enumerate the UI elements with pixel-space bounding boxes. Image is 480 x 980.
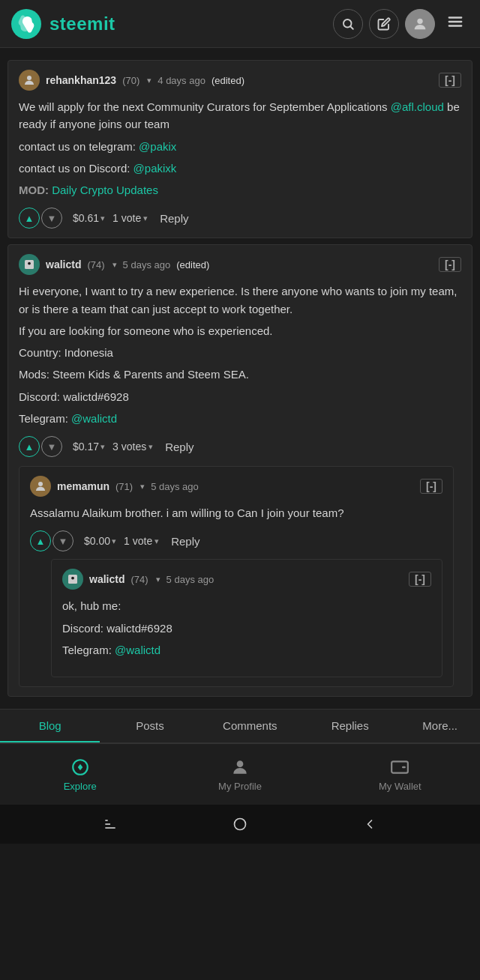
mention-walictd-2[interactable]: @walictd	[115, 644, 160, 656]
post-header-left-1: rehankhan123 (70) ▾ 4 days ago (edited)	[19, 70, 244, 91]
edited-badge-1: (edited)	[212, 75, 244, 86]
reply-button-1[interactable]: Reply	[155, 211, 193, 226]
nav-item-explore[interactable]: Explore	[0, 750, 160, 799]
vote-amount-chevron-nested-1[interactable]: ▾	[112, 536, 116, 546]
profile-icon	[230, 757, 250, 777]
collapse-button-2[interactable]: [-]	[439, 257, 461, 272]
nested-body-2-line-2: Discord: walictd#6928	[62, 620, 431, 637]
nested-header-1: memamun (71) ▾ 5 days ago [-]	[30, 476, 442, 497]
svg-point-15	[237, 760, 244, 767]
reputation-nested-2: (74)	[130, 574, 148, 585]
vote-count-chevron-2[interactable]: ▾	[148, 442, 153, 452]
chevron-icon-nested-1[interactable]: ▾	[140, 482, 145, 491]
vote-amount-chevron-2[interactable]: ▾	[100, 442, 105, 452]
avatar-icon	[412, 16, 428, 32]
nested-body-2-line-1: ok, hub me:	[62, 597, 431, 614]
vote-amount-nested-1: $0.00 ▾	[84, 535, 116, 547]
collapse-button-nested-1[interactable]: [-]	[420, 479, 442, 494]
post-body-line-2-6: Telegram: @walictd	[19, 410, 461, 427]
avatar-walictd	[19, 254, 40, 275]
edit-button[interactable]	[369, 9, 399, 39]
vote-count-2: 3 votes ▾	[112, 441, 153, 453]
upvote-button-2[interactable]: ▲	[19, 436, 40, 457]
nav-item-profile[interactable]: My Profile	[160, 750, 320, 799]
svg-point-12	[71, 577, 74, 580]
vote-count-nested-1: 1 vote ▾	[124, 535, 159, 547]
vote-amount-value-nested-1: $0.00	[84, 535, 110, 547]
nav-label-profile: My Profile	[218, 781, 262, 792]
collapse-button-nested-2[interactable]: [-]	[409, 572, 431, 587]
upvote-button-nested-1[interactable]: ▲	[30, 530, 51, 551]
reply-button-2[interactable]: Reply	[160, 439, 198, 455]
vote-amount-chevron-1[interactable]: ▾	[100, 214, 105, 223]
post-body-line-2: contact us on telegram: @pakix	[19, 138, 461, 155]
post-header-2: walictd (74) ▾ 5 days ago (edited) [-]	[19, 254, 461, 275]
svg-point-7	[27, 76, 32, 80]
post-footer-2: ▲ ▼ $0.17 ▾ 3 votes ▾ Reply	[19, 436, 461, 457]
timestamp-nested-1: 5 days ago	[151, 481, 199, 492]
post-body-line-2-2: If you are looking for someone who is ex…	[19, 322, 461, 339]
search-icon	[341, 17, 355, 31]
bottom-navigation: Explore My Profile My Wallet	[0, 743, 480, 805]
explore-icon	[70, 757, 90, 777]
reply-button-nested-1[interactable]: Reply	[166, 533, 204, 549]
reputation-2: (74)	[87, 259, 104, 270]
svg-marker-14	[77, 763, 82, 770]
search-button[interactable]	[333, 9, 363, 39]
tab-replies[interactable]: Replies	[300, 710, 400, 742]
chevron-icon-2[interactable]: ▾	[112, 260, 117, 270]
nested-body-line-1: Assalamu Alaikum brother. i am willing t…	[30, 504, 442, 521]
post-body-line-2-3: Country: Indonesia	[19, 344, 461, 361]
nav-item-wallet[interactable]: My Wallet	[320, 750, 480, 799]
username-2[interactable]: walictd	[46, 258, 81, 270]
user-avatar-button[interactable]	[405, 9, 435, 39]
post-card-1: rehankhan123 (70) ▾ 4 days ago (edited) …	[8, 60, 472, 238]
mod-link-1[interactable]: Daily Crypto Updates	[52, 184, 158, 196]
android-back-button[interactable]	[362, 817, 377, 832]
profile-tabs: Blog Posts Comments Replies More...	[0, 709, 480, 743]
post-body-line-3: contact us on Discord: @pakixk	[19, 160, 461, 177]
avatar-walictd-2	[62, 569, 83, 590]
upvote-button-1[interactable]: ▲	[19, 208, 40, 229]
post-body-2: Hi everyone, I want to try a new experie…	[19, 282, 461, 427]
vote-count-value-2: 3 votes	[112, 441, 146, 453]
tab-posts[interactable]: Posts	[100, 710, 200, 742]
username-1[interactable]: rehankhan123	[46, 74, 116, 86]
tab-more[interactable]: More...	[400, 710, 480, 742]
app-header: steemit	[0, 0, 480, 48]
vote-buttons-1: ▲ ▼	[19, 208, 62, 229]
reputation-nested-1: (71)	[116, 481, 133, 492]
menu-button[interactable]	[441, 10, 470, 37]
tab-blog[interactable]: Blog	[0, 710, 100, 742]
svg-point-20	[234, 819, 245, 830]
mention-pakix[interactable]: @pakix	[139, 140, 176, 153]
mention-pakixk[interactable]: @pakixk	[134, 162, 177, 175]
downvote-button-2[interactable]: ▼	[41, 436, 62, 457]
vote-count-chevron-1[interactable]: ▾	[143, 214, 148, 223]
android-home-button[interactable]	[232, 817, 248, 832]
mention-walictd-1[interactable]: @walictd	[71, 412, 117, 425]
edited-badge-2: (edited)	[176, 259, 209, 270]
nav-label-wallet: My Wallet	[379, 781, 422, 792]
mod-label-1: MOD:	[19, 184, 49, 196]
chevron-icon-1[interactable]: ▾	[147, 76, 152, 85]
vote-count-chevron-nested-1[interactable]: ▾	[154, 536, 159, 546]
username-nested-1[interactable]: memamun	[57, 480, 110, 492]
header-icons	[333, 9, 470, 39]
android-recent-button[interactable]	[103, 817, 118, 832]
hamburger-icon	[447, 13, 464, 30]
svg-point-9	[28, 262, 31, 265]
timestamp-2: 5 days ago	[123, 259, 171, 270]
vote-amount-value-1: $0.61	[73, 212, 99, 224]
downvote-button-1[interactable]: ▼	[41, 208, 62, 229]
collapse-button-1[interactable]: [-]	[439, 73, 461, 88]
downvote-button-nested-1[interactable]: ▼	[52, 530, 74, 551]
chevron-icon-nested-2[interactable]: ▾	[156, 575, 160, 584]
vote-buttons-nested-1: ▲ ▼	[30, 530, 74, 551]
tab-comments[interactable]: Comments	[200, 710, 300, 742]
username-nested-2[interactable]: walictd	[89, 573, 124, 585]
post-card-2: walictd (74) ▾ 5 days ago (edited) [-] H…	[8, 244, 472, 697]
vote-amount-1: $0.61 ▾	[73, 212, 105, 224]
vote-count-value-1: 1 vote	[112, 212, 141, 224]
mention-aflcloud[interactable]: @afl.cloud	[391, 100, 444, 113]
